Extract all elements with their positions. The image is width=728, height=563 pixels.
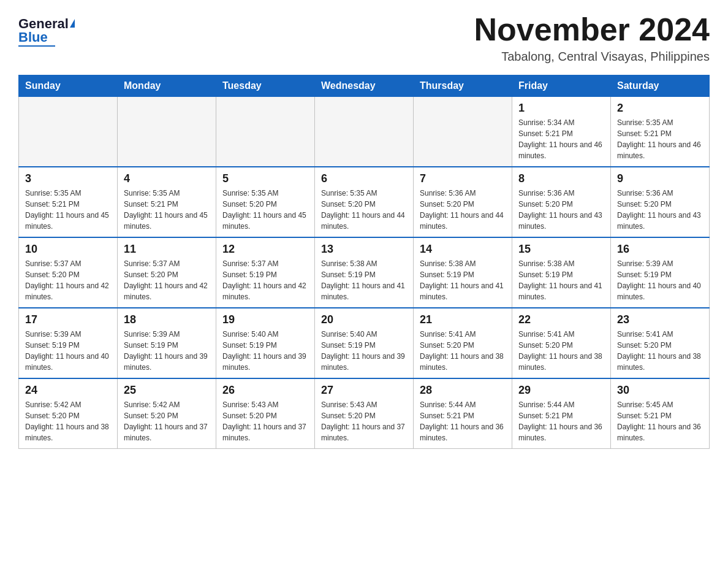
- day-number: 14: [420, 243, 506, 256]
- calendar-cell: 6Sunrise: 5:35 AMSunset: 5:20 PMDaylight…: [315, 167, 414, 237]
- calendar-cell: 26Sunrise: 5:43 AMSunset: 5:20 PMDayligh…: [216, 378, 315, 449]
- day-number: 1: [518, 102, 604, 115]
- weekday-header-monday: Monday: [118, 75, 216, 97]
- day-sun-info: Sunrise: 5:39 AMSunset: 5:19 PMDaylight:…: [25, 329, 111, 373]
- day-number: 29: [518, 384, 604, 397]
- day-sun-info: Sunrise: 5:35 AMSunset: 5:21 PMDaylight:…: [617, 117, 703, 161]
- day-sun-info: Sunrise: 5:45 AMSunset: 5:21 PMDaylight:…: [617, 399, 703, 443]
- day-number: 12: [222, 243, 308, 256]
- day-sun-info: Sunrise: 5:41 AMSunset: 5:20 PMDaylight:…: [617, 329, 703, 373]
- calendar-cell: 3Sunrise: 5:35 AMSunset: 5:21 PMDaylight…: [19, 167, 118, 237]
- calendar-cell: 30Sunrise: 5:45 AMSunset: 5:21 PMDayligh…: [611, 378, 710, 449]
- calendar-cell: 2Sunrise: 5:35 AMSunset: 5:21 PMDaylight…: [611, 97, 710, 167]
- calendar-cell: [118, 97, 216, 167]
- day-number: 6: [321, 172, 407, 185]
- calendar-cell: 7Sunrise: 5:36 AMSunset: 5:20 PMDaylight…: [414, 167, 512, 237]
- day-number: 30: [617, 384, 703, 397]
- calendar-cell: 4Sunrise: 5:35 AMSunset: 5:21 PMDaylight…: [118, 167, 216, 237]
- calendar-cell: 13Sunrise: 5:38 AMSunset: 5:19 PMDayligh…: [315, 237, 414, 308]
- day-number: 5: [222, 172, 308, 185]
- calendar-cell: 23Sunrise: 5:41 AMSunset: 5:20 PMDayligh…: [611, 308, 710, 378]
- calendar-cell: 11Sunrise: 5:37 AMSunset: 5:20 PMDayligh…: [118, 237, 216, 308]
- day-sun-info: Sunrise: 5:40 AMSunset: 5:19 PMDaylight:…: [222, 329, 308, 373]
- day-number: 23: [617, 313, 703, 326]
- logo-triangle-icon: [70, 19, 75, 28]
- weekday-header-friday: Friday: [512, 75, 611, 97]
- day-sun-info: Sunrise: 5:38 AMSunset: 5:19 PMDaylight:…: [321, 258, 407, 302]
- calendar-cell: 15Sunrise: 5:38 AMSunset: 5:19 PMDayligh…: [512, 237, 611, 308]
- day-number: 8: [518, 172, 604, 185]
- calendar-cell: [216, 97, 315, 167]
- day-number: 3: [25, 172, 111, 185]
- day-number: 21: [420, 313, 506, 326]
- calendar-cell: 16Sunrise: 5:39 AMSunset: 5:19 PMDayligh…: [611, 237, 710, 308]
- day-sun-info: Sunrise: 5:36 AMSunset: 5:20 PMDaylight:…: [420, 188, 506, 232]
- day-sun-info: Sunrise: 5:35 AMSunset: 5:20 PMDaylight:…: [222, 188, 308, 232]
- calendar-cell: 17Sunrise: 5:39 AMSunset: 5:19 PMDayligh…: [19, 308, 118, 378]
- day-sun-info: Sunrise: 5:39 AMSunset: 5:19 PMDaylight:…: [124, 329, 210, 373]
- day-number: 26: [222, 384, 308, 397]
- calendar-cell: 20Sunrise: 5:40 AMSunset: 5:19 PMDayligh…: [315, 308, 414, 378]
- calendar-cell: 9Sunrise: 5:36 AMSunset: 5:20 PMDaylight…: [611, 167, 710, 237]
- day-sun-info: Sunrise: 5:42 AMSunset: 5:20 PMDaylight:…: [25, 399, 111, 443]
- calendar-cell: 29Sunrise: 5:44 AMSunset: 5:21 PMDayligh…: [512, 378, 611, 449]
- calendar-week-row: 24Sunrise: 5:42 AMSunset: 5:20 PMDayligh…: [19, 378, 710, 449]
- day-number: 25: [124, 384, 210, 397]
- day-number: 2: [617, 102, 703, 115]
- calendar-cell: 1Sunrise: 5:34 AMSunset: 5:21 PMDaylight…: [512, 97, 611, 167]
- calendar-cell: 18Sunrise: 5:39 AMSunset: 5:19 PMDayligh…: [118, 308, 216, 378]
- day-number: 17: [25, 313, 111, 326]
- day-sun-info: Sunrise: 5:36 AMSunset: 5:20 PMDaylight:…: [617, 188, 703, 232]
- day-number: 28: [420, 384, 506, 397]
- day-number: 9: [617, 172, 703, 185]
- day-sun-info: Sunrise: 5:37 AMSunset: 5:20 PMDaylight:…: [25, 258, 111, 302]
- day-sun-info: Sunrise: 5:37 AMSunset: 5:19 PMDaylight:…: [222, 258, 308, 302]
- month-title: November 2024: [474, 12, 710, 47]
- calendar-cell: 21Sunrise: 5:41 AMSunset: 5:20 PMDayligh…: [414, 308, 512, 378]
- day-sun-info: Sunrise: 5:37 AMSunset: 5:20 PMDaylight:…: [124, 258, 210, 302]
- calendar-cell: [19, 97, 118, 167]
- weekday-header-saturday: Saturday: [611, 75, 710, 97]
- calendar-week-row: 17Sunrise: 5:39 AMSunset: 5:19 PMDayligh…: [19, 308, 710, 378]
- logo: General Blue: [18, 17, 75, 47]
- calendar-cell: 19Sunrise: 5:40 AMSunset: 5:19 PMDayligh…: [216, 308, 315, 378]
- calendar-cell: 12Sunrise: 5:37 AMSunset: 5:19 PMDayligh…: [216, 237, 315, 308]
- calendar-cell: 5Sunrise: 5:35 AMSunset: 5:20 PMDaylight…: [216, 167, 315, 237]
- logo-underline: [18, 45, 55, 47]
- day-number: 4: [124, 172, 210, 185]
- calendar-cell: 28Sunrise: 5:44 AMSunset: 5:21 PMDayligh…: [414, 378, 512, 449]
- calendar-cell: [414, 97, 512, 167]
- day-sun-info: Sunrise: 5:38 AMSunset: 5:19 PMDaylight:…: [518, 258, 604, 302]
- day-number: 13: [321, 243, 407, 256]
- day-sun-info: Sunrise: 5:44 AMSunset: 5:21 PMDaylight:…: [420, 399, 506, 443]
- calendar-cell: 27Sunrise: 5:43 AMSunset: 5:20 PMDayligh…: [315, 378, 414, 449]
- weekday-header-row: SundayMondayTuesdayWednesdayThursdayFrid…: [19, 75, 710, 97]
- title-area: November 2024 Tabalong, Central Visayas,…: [474, 12, 710, 64]
- calendar-cell: [315, 97, 414, 167]
- weekday-header-sunday: Sunday: [19, 75, 118, 97]
- day-sun-info: Sunrise: 5:34 AMSunset: 5:21 PMDaylight:…: [518, 117, 604, 161]
- day-number: 15: [518, 243, 604, 256]
- day-number: 19: [222, 313, 308, 326]
- weekday-header-tuesday: Tuesday: [216, 75, 315, 97]
- calendar-cell: 10Sunrise: 5:37 AMSunset: 5:20 PMDayligh…: [19, 237, 118, 308]
- calendar-table: SundayMondayTuesdayWednesdayThursdayFrid…: [18, 75, 710, 449]
- calendar-cell: 25Sunrise: 5:42 AMSunset: 5:20 PMDayligh…: [118, 378, 216, 449]
- day-sun-info: Sunrise: 5:42 AMSunset: 5:20 PMDaylight:…: [124, 399, 210, 443]
- day-sun-info: Sunrise: 5:35 AMSunset: 5:21 PMDaylight:…: [124, 188, 210, 232]
- day-sun-info: Sunrise: 5:36 AMSunset: 5:20 PMDaylight:…: [518, 188, 604, 232]
- day-sun-info: Sunrise: 5:41 AMSunset: 5:20 PMDaylight:…: [420, 329, 506, 373]
- day-sun-info: Sunrise: 5:38 AMSunset: 5:19 PMDaylight:…: [420, 258, 506, 302]
- day-sun-info: Sunrise: 5:35 AMSunset: 5:21 PMDaylight:…: [25, 188, 111, 232]
- calendar-cell: 24Sunrise: 5:42 AMSunset: 5:20 PMDayligh…: [19, 378, 118, 449]
- day-number: 24: [25, 384, 111, 397]
- day-sun-info: Sunrise: 5:39 AMSunset: 5:19 PMDaylight:…: [617, 258, 703, 302]
- calendar-week-row: 1Sunrise: 5:34 AMSunset: 5:21 PMDaylight…: [19, 97, 710, 167]
- day-number: 18: [124, 313, 210, 326]
- day-number: 7: [420, 172, 506, 185]
- day-number: 10: [25, 243, 111, 256]
- day-number: 16: [617, 243, 703, 256]
- day-sun-info: Sunrise: 5:43 AMSunset: 5:20 PMDaylight:…: [222, 399, 308, 443]
- day-number: 20: [321, 313, 407, 326]
- logo-blue-text: Blue: [18, 31, 48, 44]
